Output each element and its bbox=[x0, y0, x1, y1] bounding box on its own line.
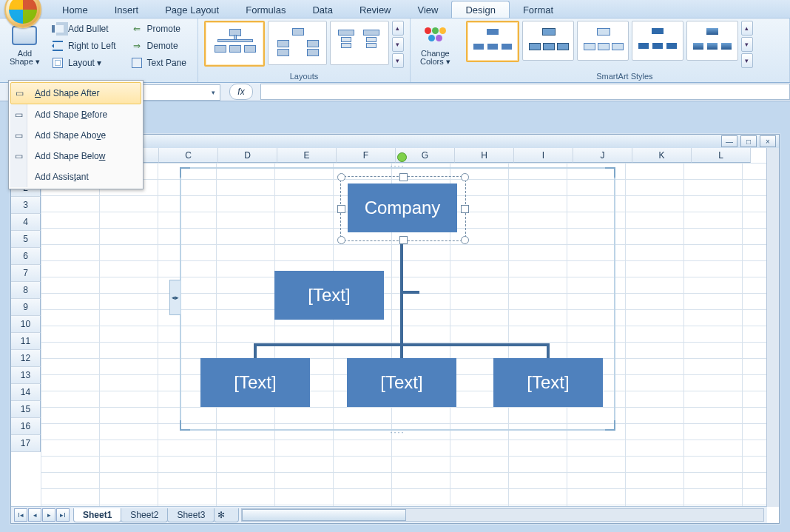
row-header[interactable]: 9 bbox=[11, 299, 41, 316]
col-header[interactable]: C bbox=[159, 148, 218, 163]
horizontal-scrollbar[interactable] bbox=[241, 508, 764, 522]
row-header[interactable]: 15 bbox=[11, 401, 41, 418]
sheet-tab-2[interactable]: Sheet2 bbox=[121, 508, 168, 522]
tab-design[interactable]: Design bbox=[451, 1, 509, 18]
style-option-5[interactable] bbox=[686, 21, 738, 61]
resize-handle[interactable] bbox=[461, 205, 469, 213]
smartart-node-child-2[interactable]: [Text] bbox=[347, 358, 456, 407]
gallery-scroll-down[interactable]: ▾ bbox=[741, 37, 753, 52]
layout-option-2[interactable] bbox=[268, 21, 327, 65]
sheet-nav-last[interactable]: ▸I bbox=[56, 508, 70, 522]
add-bullet-label: Add Bullet bbox=[68, 24, 109, 34]
dd-add-shape-before[interactable]: ▭Add Shape Before bbox=[10, 104, 141, 125]
row-header[interactable]: 17 bbox=[11, 435, 41, 452]
formula-input[interactable] bbox=[260, 84, 790, 100]
new-sheet-button[interactable]: ✻ bbox=[214, 508, 239, 522]
dd-add-shape-after[interactable]: ▭Add Shape After bbox=[10, 82, 141, 104]
smartart-node-assistant[interactable]: [Text] bbox=[274, 271, 384, 320]
frame-handle-icon[interactable]: ···· bbox=[390, 428, 405, 437]
sheet-nav-prev[interactable]: ◂ bbox=[28, 508, 41, 522]
row-header[interactable]: 10 bbox=[11, 316, 41, 333]
row-header[interactable]: 13 bbox=[11, 367, 41, 384]
row-header[interactable]: 5 bbox=[11, 231, 41, 248]
text-pane-label: Text Pane bbox=[147, 58, 186, 68]
tab-data[interactable]: Data bbox=[299, 1, 345, 18]
row-header[interactable]: 16 bbox=[11, 418, 41, 435]
dd-add-shape-below[interactable]: ▭Add Shape Below bbox=[10, 146, 141, 166]
org-chart-icon bbox=[337, 27, 382, 59]
smartart-frame[interactable]: ···· ···· ◂▸ bbox=[180, 167, 615, 431]
smartart-node-child-1[interactable]: [Text] bbox=[200, 358, 310, 407]
row-header[interactable]: 7 bbox=[11, 265, 41, 282]
tab-insert[interactable]: Insert bbox=[101, 1, 152, 18]
grid: A B C D E F G H I J K L 1 2 3 4 5 6 7 bbox=[11, 148, 767, 507]
add-bullet-button[interactable]: Add Bullet bbox=[47, 21, 121, 37]
col-header[interactable]: H bbox=[455, 148, 514, 163]
resize-handle[interactable] bbox=[461, 236, 469, 244]
gallery-scroll-down[interactable]: ▾ bbox=[392, 37, 404, 52]
rotate-handle[interactable] bbox=[397, 152, 407, 162]
row-header[interactable]: 12 bbox=[11, 350, 41, 367]
layout-button[interactable]: Layout ▾ bbox=[47, 55, 121, 71]
style-option-4[interactable] bbox=[632, 21, 683, 61]
style-option-2[interactable] bbox=[522, 21, 574, 61]
col-header[interactable]: D bbox=[218, 148, 277, 163]
smartart-node-child-3[interactable]: [Text] bbox=[493, 358, 603, 407]
insert-function-button[interactable]: fx bbox=[229, 84, 253, 100]
window-maximize-button[interactable]: □ bbox=[740, 135, 757, 147]
tab-page-layout[interactable]: Page Layout bbox=[152, 1, 232, 18]
rtl-label: Right to Left bbox=[68, 41, 116, 51]
vertical-scrollbar[interactable] bbox=[766, 148, 779, 507]
col-header[interactable]: L bbox=[692, 148, 751, 163]
resize-handle[interactable] bbox=[399, 236, 408, 244]
row-header[interactable]: 14 bbox=[11, 384, 41, 401]
style-option-1[interactable] bbox=[466, 21, 519, 62]
col-header[interactable]: J bbox=[573, 148, 632, 163]
chevron-down-icon[interactable]: ▾ bbox=[212, 89, 215, 96]
tab-review[interactable]: Review bbox=[346, 1, 405, 18]
right-to-left-button[interactable]: Right to Left bbox=[47, 38, 121, 54]
gallery-scroll-up[interactable]: ▴ bbox=[741, 21, 753, 36]
demote-button[interactable]: Demote bbox=[126, 38, 192, 54]
sheet-nav-first[interactable]: I◂ bbox=[14, 508, 27, 522]
gallery-more[interactable]: ▾ bbox=[392, 53, 404, 68]
dd-add-shape-above[interactable]: ▭Add Shape Above bbox=[10, 125, 141, 146]
col-header[interactable]: I bbox=[514, 148, 573, 163]
resize-handle[interactable] bbox=[337, 173, 345, 181]
sheet-nav-next[interactable]: ▸ bbox=[42, 508, 55, 522]
tab-formulas[interactable]: Formulas bbox=[232, 1, 299, 18]
col-header[interactable]: E bbox=[277, 148, 337, 163]
layout-option-3[interactable] bbox=[330, 21, 389, 65]
tab-view[interactable]: View bbox=[405, 1, 452, 18]
promote-button[interactable]: Promote bbox=[126, 21, 192, 37]
style-option-3[interactable] bbox=[577, 21, 629, 61]
row-header[interactable]: 8 bbox=[11, 282, 41, 299]
gallery-more[interactable]: ▾ bbox=[741, 53, 753, 68]
resize-handle[interactable] bbox=[337, 236, 345, 244]
cells-area[interactable]: ···· ···· ◂▸ bbox=[41, 163, 767, 507]
tab-format[interactable]: Format bbox=[510, 1, 567, 18]
text-pane-expand-button[interactable]: ◂▸ bbox=[169, 280, 180, 315]
tab-home[interactable]: Home bbox=[49, 1, 101, 18]
scrollbar-thumb[interactable] bbox=[242, 509, 406, 521]
row-header[interactable]: 3 bbox=[11, 197, 41, 214]
row-header[interactable]: 6 bbox=[11, 248, 41, 265]
resize-handle[interactable] bbox=[399, 173, 408, 181]
frame-handle-icon[interactable]: ···· bbox=[390, 161, 405, 170]
row-header[interactable]: 11 bbox=[11, 333, 41, 350]
dd-add-assistant[interactable]: Add Assistant bbox=[10, 166, 141, 187]
smartart-node-root[interactable]: Company bbox=[348, 183, 457, 232]
row-header[interactable]: 4 bbox=[11, 214, 41, 231]
sheet-tab-1[interactable]: Sheet1 bbox=[73, 508, 121, 522]
change-colors-button[interactable]: ChangeColors ▾ bbox=[416, 21, 454, 68]
col-header[interactable]: F bbox=[337, 148, 396, 163]
resize-handle[interactable] bbox=[461, 173, 469, 181]
col-header[interactable]: K bbox=[632, 148, 692, 163]
window-minimize-button[interactable]: — bbox=[721, 135, 737, 147]
resize-handle[interactable] bbox=[337, 205, 345, 213]
text-pane-button[interactable]: Text Pane bbox=[126, 55, 192, 71]
gallery-scroll-up[interactable]: ▴ bbox=[392, 21, 404, 36]
layout-option-1[interactable] bbox=[204, 21, 265, 67]
window-close-button[interactable]: × bbox=[760, 135, 776, 147]
sheet-tab-3[interactable]: Sheet3 bbox=[167, 508, 215, 522]
